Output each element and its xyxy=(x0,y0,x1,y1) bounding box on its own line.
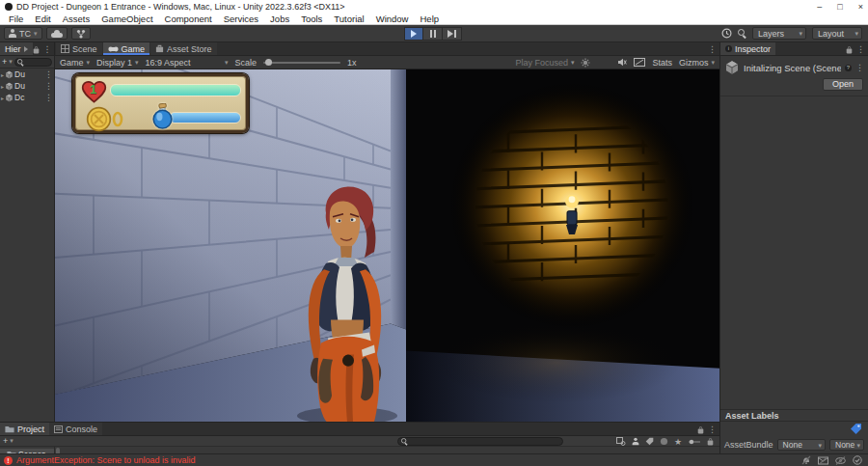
menu-window[interactable]: Window xyxy=(370,14,415,24)
gizmos-dropdown[interactable]: Gizmos▾ xyxy=(679,58,715,68)
lock-icon[interactable] xyxy=(33,49,39,54)
visibility-off-icon[interactable] xyxy=(835,456,846,465)
assetbundle-variant-dropdown[interactable]: None▾ xyxy=(829,439,864,451)
project-toolbar: +▾ ★ xyxy=(0,436,719,447)
add-gameobject-button[interactable]: + xyxy=(2,57,7,67)
unity-asset-icon xyxy=(724,60,740,75)
undo-history-icon[interactable] xyxy=(721,28,732,39)
game-viewport[interactable]: 1 xyxy=(55,69,719,422)
tab-inspector[interactable]: i Inspector xyxy=(720,42,775,55)
asset-labels-section: Asset Labels AssetBundle None▾ None▾ xyxy=(720,409,868,453)
play-focused-dropdown[interactable]: Play Focused▾ xyxy=(515,58,574,68)
stats-button[interactable]: Stats xyxy=(652,58,672,68)
coin-icon xyxy=(86,106,112,132)
aspect-dropdown[interactable]: 16:9 Aspect▾ xyxy=(146,58,229,68)
tab-scene[interactable]: Scene xyxy=(56,42,102,55)
cloud-services-button[interactable] xyxy=(46,27,68,40)
menu-assets[interactable]: Assets xyxy=(57,14,96,24)
close-button[interactable]: × xyxy=(858,2,863,12)
scene-row-3[interactable]: ▸ Dc ⋮ xyxy=(0,92,54,103)
capture-options-icon[interactable] xyxy=(581,58,590,68)
chevron-down-icon: ▾ xyxy=(854,28,858,40)
progress-check-icon[interactable] xyxy=(853,455,862,465)
play-button[interactable] xyxy=(404,27,423,41)
panel-menu-icon[interactable]: ⋮ xyxy=(708,425,717,434)
messages-muted-icon[interactable] xyxy=(818,456,828,465)
assetbundle-dropdown[interactable]: None▾ xyxy=(777,439,826,451)
chevron-down-icon: ▾ xyxy=(799,28,802,40)
menu-help[interactable]: Help xyxy=(414,14,445,24)
favorites-star-icon[interactable]: ★ xyxy=(674,437,682,447)
inspector-icon: i xyxy=(725,45,732,52)
search-by-type-icon[interactable] xyxy=(616,437,626,446)
scene-options-icon[interactable]: ⋮ xyxy=(44,70,54,79)
menu-file[interactable]: File xyxy=(3,14,29,24)
window-title: DD Project - Dungeon 1 Entrance - Window… xyxy=(16,2,345,12)
layers-dropdown[interactable]: Layers▾ xyxy=(752,27,806,40)
scene-view-icon xyxy=(61,44,69,53)
chevron-down-icon: ▾ xyxy=(34,30,38,38)
lock-icon[interactable] xyxy=(698,429,704,434)
search-icon xyxy=(17,59,24,66)
status-bar[interactable]: ! ArgumentException: Scene to unload is … xyxy=(0,453,868,466)
project-search-input[interactable] xyxy=(412,437,559,446)
slider-knob[interactable] xyxy=(265,59,272,66)
panel-menu-icon[interactable]: ⋮ xyxy=(856,45,865,54)
asset-menu-icon[interactable]: ⋮ xyxy=(855,64,864,72)
menu-edit[interactable]: Edit xyxy=(29,14,56,24)
menu-gameobject[interactable]: GameObject xyxy=(95,14,158,24)
menu-jobs[interactable]: Jobs xyxy=(264,14,295,24)
display-dropdown[interactable]: Display 1▾ xyxy=(96,58,139,68)
menu-tutorial[interactable]: Tutorial xyxy=(328,14,369,24)
split-toggle-icon[interactable] xyxy=(634,58,645,67)
search-icon[interactable] xyxy=(738,29,746,38)
help-icon[interactable]: ? xyxy=(845,65,852,71)
add-asset-button[interactable]: +▾ xyxy=(3,436,14,446)
expand-arrow-icon[interactable]: ▸ xyxy=(1,95,4,101)
tab-overflow-icon xyxy=(24,46,28,52)
tab-project[interactable]: Project xyxy=(0,423,49,435)
coin-ring-icon xyxy=(112,111,123,127)
open-button[interactable]: Open xyxy=(823,78,863,91)
lock-icon[interactable] xyxy=(847,49,853,54)
error-icon: ! xyxy=(4,456,13,465)
scene-options-icon[interactable]: ⋮ xyxy=(44,94,54,102)
tab-game[interactable]: Game xyxy=(103,42,150,55)
search-by-label-icon[interactable] xyxy=(633,438,639,446)
tab-console[interactable]: Console xyxy=(49,423,102,435)
asset-store-icon xyxy=(155,44,164,53)
expand-arrow-icon[interactable]: ▸ xyxy=(1,71,4,78)
project-search[interactable] xyxy=(397,437,563,446)
panel-menu-icon[interactable]: ⋮ xyxy=(708,45,717,54)
lock-icon[interactable] xyxy=(708,441,714,446)
label-tag-icon[interactable] xyxy=(850,423,862,435)
layout-dropdown[interactable]: Layout▾ xyxy=(812,27,862,40)
panel-menu-icon[interactable]: ⋮ xyxy=(43,45,52,54)
icon-size-slider[interactable] xyxy=(688,438,701,446)
scene-options-icon[interactable]: ⋮ xyxy=(44,82,54,91)
mute-audio-icon[interactable] xyxy=(617,58,627,67)
notifications-muted-icon[interactable] xyxy=(801,455,811,465)
tab-hierarchy[interactable]: Hier xyxy=(0,42,33,55)
maximize-button[interactable]: □ xyxy=(837,2,842,12)
error-message[interactable]: ArgumentException: Scene to unload is in… xyxy=(16,455,196,465)
version-control-button[interactable] xyxy=(71,27,91,40)
cloud-icon xyxy=(51,30,63,38)
step-button[interactable] xyxy=(443,27,462,41)
menu-services[interactable]: Services xyxy=(218,14,264,24)
scene-row-1[interactable]: ▸ Du ⋮ xyxy=(0,69,54,80)
hierarchy-search-input[interactable] xyxy=(14,58,52,67)
expand-arrow-icon[interactable]: ▸ xyxy=(1,83,4,90)
menu-tools[interactable]: Tools xyxy=(295,14,328,24)
scene-row-2[interactable]: ▸ Du ⋮ xyxy=(0,80,54,92)
tab-asset-store[interactable]: Asset Store xyxy=(150,42,217,55)
view-mode-dropdown[interactable]: Game▾ xyxy=(60,58,90,68)
account-dropdown[interactable]: TC ▾ xyxy=(4,27,42,40)
menu-component[interactable]: Component xyxy=(159,14,218,24)
minimize-button[interactable]: – xyxy=(817,2,822,12)
pause-button[interactable] xyxy=(423,27,443,41)
asset-title: Initalizing Scene (Scene Ass xyxy=(744,63,841,73)
scale-slider[interactable] xyxy=(263,62,340,64)
package-visibility-icon[interactable] xyxy=(660,437,668,446)
label-filter-icon[interactable] xyxy=(645,437,654,446)
